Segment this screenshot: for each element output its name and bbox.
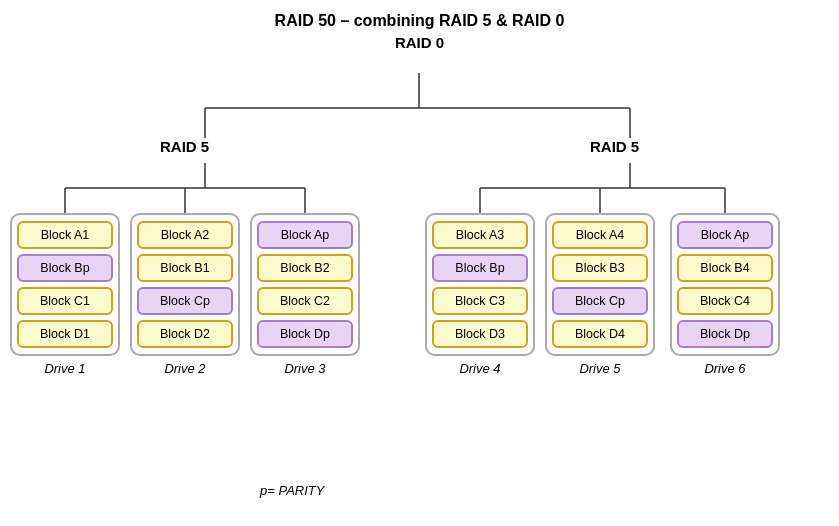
parity-label: p= PARITY — [260, 483, 324, 498]
block-cp-5: Block Cp — [552, 287, 648, 315]
block-c1: Block C1 — [17, 287, 113, 315]
block-ap-6: Block Ap — [677, 221, 773, 249]
raid5-left-label: RAID 5 — [160, 138, 209, 155]
drive1-label: Drive 1 — [44, 361, 85, 376]
drive1-col: Block A1 Block Bp Block C1 Block D1 Driv… — [10, 213, 120, 376]
page-title: RAID 50 – combining RAID 5 & RAID 0 — [0, 0, 839, 34]
block-d2: Block D2 — [137, 320, 233, 348]
drive5-label: Drive 5 — [579, 361, 620, 376]
drive1-box: Block A1 Block Bp Block C1 Block D1 — [10, 213, 120, 356]
drive6-col: Block Ap Block B4 Block C4 Block Dp Driv… — [670, 213, 780, 376]
block-b4: Block B4 — [677, 254, 773, 282]
drive6-label: Drive 6 — [704, 361, 745, 376]
block-bp-1: Block Bp — [17, 254, 113, 282]
drive5-box: Block A4 Block B3 Block Cp Block D4 — [545, 213, 655, 356]
block-d1: Block D1 — [17, 320, 113, 348]
block-b3: Block B3 — [552, 254, 648, 282]
drive4-label: Drive 4 — [459, 361, 500, 376]
drive3-label: Drive 3 — [284, 361, 325, 376]
block-a4: Block A4 — [552, 221, 648, 249]
block-dp-3: Block Dp — [257, 320, 353, 348]
drive4-box: Block A3 Block Bp Block C3 Block D3 — [425, 213, 535, 356]
raid0-label: RAID 0 — [0, 34, 839, 53]
block-a1: Block A1 — [17, 221, 113, 249]
raid5-right-label: RAID 5 — [590, 138, 639, 155]
drive4-col: Block A3 Block Bp Block C3 Block D3 Driv… — [425, 213, 535, 376]
block-cp-2: Block Cp — [137, 287, 233, 315]
block-a3: Block A3 — [432, 221, 528, 249]
drive2-label: Drive 2 — [164, 361, 205, 376]
drive5-col: Block A4 Block B3 Block Cp Block D4 Driv… — [545, 213, 655, 376]
block-d3: Block D3 — [432, 320, 528, 348]
block-d4: Block D4 — [552, 320, 648, 348]
block-dp-6: Block Dp — [677, 320, 773, 348]
block-b2: Block B2 — [257, 254, 353, 282]
block-ap-3: Block Ap — [257, 221, 353, 249]
drive2-col: Block A2 Block B1 Block Cp Block D2 Driv… — [130, 213, 240, 376]
tree-container: RAID 5 RAID 5 Block A1 Block Bp Block C1… — [0, 53, 839, 513]
block-bp-4: Block Bp — [432, 254, 528, 282]
block-c3: Block C3 — [432, 287, 528, 315]
block-b1: Block B1 — [137, 254, 233, 282]
drive3-col: Block Ap Block B2 Block C2 Block Dp Driv… — [250, 213, 360, 376]
block-c2: Block C2 — [257, 287, 353, 315]
drive3-box: Block Ap Block B2 Block C2 Block Dp — [250, 213, 360, 356]
drive2-box: Block A2 Block B1 Block Cp Block D2 — [130, 213, 240, 356]
block-a2: Block A2 — [137, 221, 233, 249]
block-c4: Block C4 — [677, 287, 773, 315]
drive6-box: Block Ap Block B4 Block C4 Block Dp — [670, 213, 780, 356]
